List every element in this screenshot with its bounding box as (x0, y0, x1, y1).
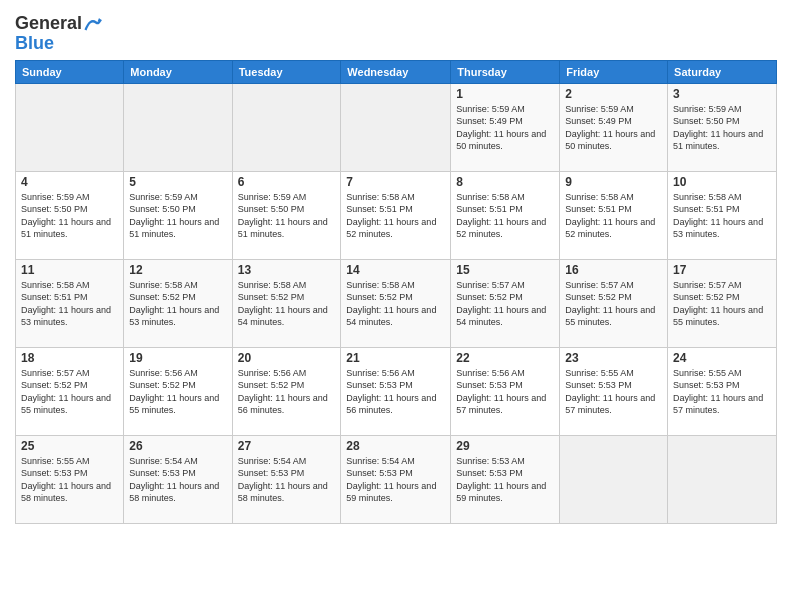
day-number: 18 (21, 351, 118, 365)
calendar-header-monday: Monday (124, 60, 232, 83)
day-number: 1 (456, 87, 554, 101)
calendar-cell: 2Sunrise: 5:59 AMSunset: 5:49 PMDaylight… (560, 83, 668, 171)
calendar-cell: 25Sunrise: 5:55 AMSunset: 5:53 PMDayligh… (16, 435, 124, 523)
calendar-week-2: 11Sunrise: 5:58 AMSunset: 5:51 PMDayligh… (16, 259, 777, 347)
day-number: 20 (238, 351, 336, 365)
day-info: Sunrise: 5:58 AMSunset: 5:51 PMDaylight:… (346, 191, 445, 241)
calendar-cell: 29Sunrise: 5:53 AMSunset: 5:53 PMDayligh… (451, 435, 560, 523)
logo-text-blue: Blue (15, 33, 54, 53)
day-info: Sunrise: 5:59 AMSunset: 5:49 PMDaylight:… (456, 103, 554, 153)
calendar-week-3: 18Sunrise: 5:57 AMSunset: 5:52 PMDayligh… (16, 347, 777, 435)
day-number: 17 (673, 263, 771, 277)
day-number: 16 (565, 263, 662, 277)
day-number: 13 (238, 263, 336, 277)
day-number: 14 (346, 263, 445, 277)
calendar-header-row: SundayMondayTuesdayWednesdayThursdayFrid… (16, 60, 777, 83)
calendar-cell: 21Sunrise: 5:56 AMSunset: 5:53 PMDayligh… (341, 347, 451, 435)
day-info: Sunrise: 5:59 AMSunset: 5:50 PMDaylight:… (129, 191, 226, 241)
calendar-cell: 18Sunrise: 5:57 AMSunset: 5:52 PMDayligh… (16, 347, 124, 435)
day-number: 28 (346, 439, 445, 453)
day-info: Sunrise: 5:56 AMSunset: 5:53 PMDaylight:… (346, 367, 445, 417)
calendar-cell: 4Sunrise: 5:59 AMSunset: 5:50 PMDaylight… (16, 171, 124, 259)
day-number: 10 (673, 175, 771, 189)
logo-icon (84, 15, 102, 33)
calendar-cell (341, 83, 451, 171)
day-info: Sunrise: 5:59 AMSunset: 5:50 PMDaylight:… (21, 191, 118, 241)
calendar-cell: 12Sunrise: 5:58 AMSunset: 5:52 PMDayligh… (124, 259, 232, 347)
calendar-cell: 17Sunrise: 5:57 AMSunset: 5:52 PMDayligh… (668, 259, 777, 347)
day-info: Sunrise: 5:55 AMSunset: 5:53 PMDaylight:… (673, 367, 771, 417)
day-number: 15 (456, 263, 554, 277)
calendar-cell: 1Sunrise: 5:59 AMSunset: 5:49 PMDaylight… (451, 83, 560, 171)
day-number: 21 (346, 351, 445, 365)
calendar-cell (668, 435, 777, 523)
day-info: Sunrise: 5:59 AMSunset: 5:50 PMDaylight:… (673, 103, 771, 153)
day-number: 8 (456, 175, 554, 189)
calendar-cell: 20Sunrise: 5:56 AMSunset: 5:52 PMDayligh… (232, 347, 341, 435)
logo: General Blue (15, 14, 102, 54)
day-info: Sunrise: 5:57 AMSunset: 5:52 PMDaylight:… (565, 279, 662, 329)
day-info: Sunrise: 5:59 AMSunset: 5:49 PMDaylight:… (565, 103, 662, 153)
calendar-cell: 13Sunrise: 5:58 AMSunset: 5:52 PMDayligh… (232, 259, 341, 347)
day-info: Sunrise: 5:56 AMSunset: 5:53 PMDaylight:… (456, 367, 554, 417)
day-info: Sunrise: 5:54 AMSunset: 5:53 PMDaylight:… (129, 455, 226, 505)
calendar-cell: 9Sunrise: 5:58 AMSunset: 5:51 PMDaylight… (560, 171, 668, 259)
day-number: 2 (565, 87, 662, 101)
day-info: Sunrise: 5:56 AMSunset: 5:52 PMDaylight:… (129, 367, 226, 417)
day-info: Sunrise: 5:55 AMSunset: 5:53 PMDaylight:… (565, 367, 662, 417)
day-number: 3 (673, 87, 771, 101)
calendar-cell: 10Sunrise: 5:58 AMSunset: 5:51 PMDayligh… (668, 171, 777, 259)
calendar-cell: 28Sunrise: 5:54 AMSunset: 5:53 PMDayligh… (341, 435, 451, 523)
calendar-cell (560, 435, 668, 523)
day-info: Sunrise: 5:57 AMSunset: 5:52 PMDaylight:… (673, 279, 771, 329)
day-info: Sunrise: 5:56 AMSunset: 5:52 PMDaylight:… (238, 367, 336, 417)
day-info: Sunrise: 5:58 AMSunset: 5:51 PMDaylight:… (21, 279, 118, 329)
day-info: Sunrise: 5:58 AMSunset: 5:51 PMDaylight:… (673, 191, 771, 241)
calendar-cell: 6Sunrise: 5:59 AMSunset: 5:50 PMDaylight… (232, 171, 341, 259)
day-number: 11 (21, 263, 118, 277)
calendar-cell: 22Sunrise: 5:56 AMSunset: 5:53 PMDayligh… (451, 347, 560, 435)
calendar-table: SundayMondayTuesdayWednesdayThursdayFrid… (15, 60, 777, 524)
calendar-cell: 24Sunrise: 5:55 AMSunset: 5:53 PMDayligh… (668, 347, 777, 435)
day-number: 25 (21, 439, 118, 453)
day-info: Sunrise: 5:58 AMSunset: 5:52 PMDaylight:… (238, 279, 336, 329)
day-number: 9 (565, 175, 662, 189)
day-number: 19 (129, 351, 226, 365)
day-number: 22 (456, 351, 554, 365)
calendar-cell: 11Sunrise: 5:58 AMSunset: 5:51 PMDayligh… (16, 259, 124, 347)
calendar-cell (124, 83, 232, 171)
day-info: Sunrise: 5:58 AMSunset: 5:52 PMDaylight:… (346, 279, 445, 329)
calendar-cell (232, 83, 341, 171)
calendar-week-1: 4Sunrise: 5:59 AMSunset: 5:50 PMDaylight… (16, 171, 777, 259)
calendar-header-tuesday: Tuesday (232, 60, 341, 83)
day-number: 29 (456, 439, 554, 453)
day-number: 4 (21, 175, 118, 189)
day-info: Sunrise: 5:57 AMSunset: 5:52 PMDaylight:… (21, 367, 118, 417)
calendar-header-sunday: Sunday (16, 60, 124, 83)
day-info: Sunrise: 5:58 AMSunset: 5:51 PMDaylight:… (456, 191, 554, 241)
day-number: 5 (129, 175, 226, 189)
calendar-cell: 26Sunrise: 5:54 AMSunset: 5:53 PMDayligh… (124, 435, 232, 523)
header: General Blue (15, 10, 777, 54)
day-info: Sunrise: 5:54 AMSunset: 5:53 PMDaylight:… (346, 455, 445, 505)
calendar-cell: 15Sunrise: 5:57 AMSunset: 5:52 PMDayligh… (451, 259, 560, 347)
day-number: 12 (129, 263, 226, 277)
calendar-cell: 19Sunrise: 5:56 AMSunset: 5:52 PMDayligh… (124, 347, 232, 435)
day-number: 24 (673, 351, 771, 365)
day-number: 26 (129, 439, 226, 453)
day-info: Sunrise: 5:58 AMSunset: 5:51 PMDaylight:… (565, 191, 662, 241)
calendar-cell (16, 83, 124, 171)
calendar-cell: 14Sunrise: 5:58 AMSunset: 5:52 PMDayligh… (341, 259, 451, 347)
calendar-header-thursday: Thursday (451, 60, 560, 83)
day-info: Sunrise: 5:53 AMSunset: 5:53 PMDaylight:… (456, 455, 554, 505)
calendar-cell: 3Sunrise: 5:59 AMSunset: 5:50 PMDaylight… (668, 83, 777, 171)
calendar-cell: 8Sunrise: 5:58 AMSunset: 5:51 PMDaylight… (451, 171, 560, 259)
day-info: Sunrise: 5:58 AMSunset: 5:52 PMDaylight:… (129, 279, 226, 329)
calendar-cell: 5Sunrise: 5:59 AMSunset: 5:50 PMDaylight… (124, 171, 232, 259)
day-info: Sunrise: 5:57 AMSunset: 5:52 PMDaylight:… (456, 279, 554, 329)
calendar-week-0: 1Sunrise: 5:59 AMSunset: 5:49 PMDaylight… (16, 83, 777, 171)
day-number: 23 (565, 351, 662, 365)
logo-text-general: General (15, 14, 82, 34)
calendar-week-4: 25Sunrise: 5:55 AMSunset: 5:53 PMDayligh… (16, 435, 777, 523)
calendar-cell: 16Sunrise: 5:57 AMSunset: 5:52 PMDayligh… (560, 259, 668, 347)
